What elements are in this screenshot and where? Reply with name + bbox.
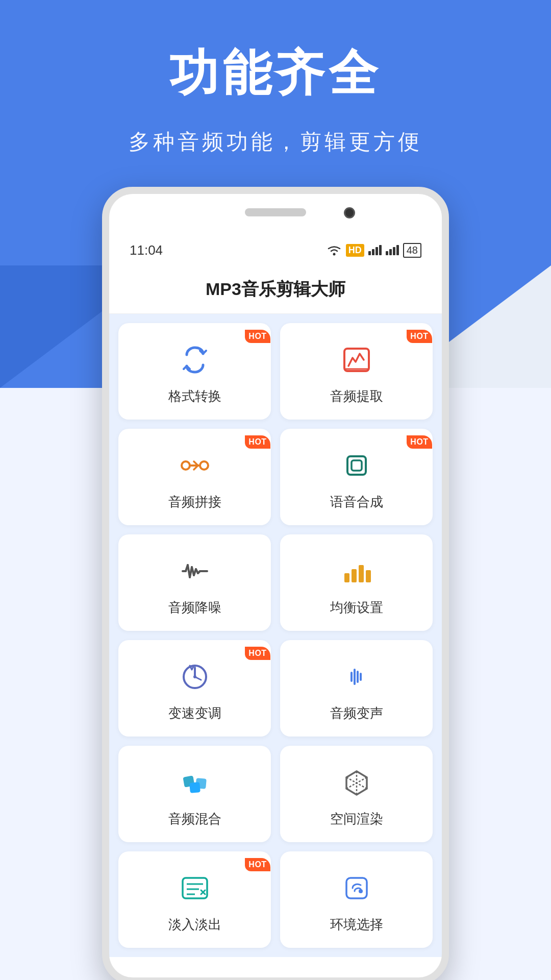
feature-card-audio-mix[interactable]: 音频混合 bbox=[118, 746, 271, 842]
phone-top-bar bbox=[109, 194, 442, 235]
svg-rect-33 bbox=[189, 782, 201, 793]
feature-label-noise-reduction: 音频降噪 bbox=[168, 599, 221, 617]
sub-title: 多种音频功能，剪辑更方便 bbox=[0, 128, 551, 156]
wifi-icon bbox=[327, 244, 342, 256]
svg-rect-9 bbox=[352, 460, 362, 471]
feature-label-audio-splice: 音频拼接 bbox=[168, 493, 221, 511]
app-content: HOT 格式转换 HOT bbox=[109, 314, 442, 957]
feature-card-noise-reduction[interactable]: 音频降噪 bbox=[118, 534, 271, 631]
feature-card-voice-synthesis[interactable]: HOT 语音合成 bbox=[280, 429, 433, 525]
hot-badge-audio-splice: HOT bbox=[244, 429, 271, 455]
feature-icon-fade-in-out bbox=[177, 870, 213, 906]
hot-badge-format-convert: HOT bbox=[244, 323, 271, 350]
feature-label-format-convert: 格式转换 bbox=[168, 387, 221, 405]
hd-badge: HD bbox=[346, 244, 364, 257]
feature-icon-audio-mix bbox=[177, 764, 213, 801]
feature-label-voice-change: 音频变声 bbox=[330, 704, 383, 722]
svg-point-4 bbox=[200, 461, 208, 470]
features-grid: HOT 格式转换 HOT bbox=[109, 314, 442, 957]
time-display: 11:04 bbox=[130, 242, 163, 258]
feature-card-voice-change[interactable]: 音频变声 bbox=[280, 640, 433, 737]
feature-icon-format-convert bbox=[177, 341, 213, 378]
feature-icon-spatial-render bbox=[338, 764, 375, 801]
feature-label-audio-mix: 音频混合 bbox=[168, 810, 221, 828]
svg-rect-8 bbox=[347, 456, 366, 475]
feature-icon-voice-change bbox=[338, 658, 375, 695]
feature-card-format-convert[interactable]: HOT 格式转换 bbox=[118, 323, 271, 420]
feature-card-fade-in-out[interactable]: HOT 淡入淡出 bbox=[118, 851, 271, 948]
phone-speaker bbox=[245, 208, 306, 216]
feature-label-equalizer: 均衡设置 bbox=[330, 599, 383, 617]
hot-badge-fade-in-out: HOT bbox=[244, 851, 271, 878]
svg-point-0 bbox=[333, 253, 335, 256]
feature-label-audio-extract: 音频提取 bbox=[330, 387, 383, 405]
feature-icon-speed-pitch bbox=[177, 658, 213, 695]
phone-camera bbox=[344, 207, 355, 218]
svg-point-3 bbox=[182, 461, 190, 470]
hot-badge-speed-pitch: HOT bbox=[244, 640, 271, 667]
svg-rect-34 bbox=[183, 878, 207, 898]
feature-label-speed-pitch: 变速变调 bbox=[168, 704, 221, 722]
feature-card-equalizer[interactable]: 均衡设置 bbox=[280, 534, 433, 631]
svg-point-39 bbox=[359, 889, 363, 893]
signal1-icon bbox=[368, 245, 382, 255]
battery-text: 48 bbox=[403, 243, 421, 258]
signal2-icon bbox=[386, 245, 399, 255]
status-bar: 11:04 HD bbox=[109, 235, 442, 265]
feature-card-audio-splice[interactable]: HOT 音频拼接 bbox=[118, 429, 271, 525]
svg-rect-19 bbox=[344, 573, 349, 582]
app-title-bar: MP3音乐剪辑大师 bbox=[109, 265, 442, 314]
svg-rect-20 bbox=[352, 569, 357, 582]
feature-label-env-select: 环境选择 bbox=[330, 916, 383, 934]
phone-bottom bbox=[109, 957, 442, 977]
feature-icon-env-select bbox=[338, 870, 375, 906]
feature-icon-voice-synthesis bbox=[338, 447, 375, 484]
feature-label-fade-in-out: 淡入淡出 bbox=[168, 916, 221, 934]
svg-rect-21 bbox=[359, 565, 364, 582]
feature-icon-audio-extract bbox=[338, 341, 375, 378]
hot-badge-voice-synthesis: HOT bbox=[406, 429, 433, 455]
main-title: 功能齐全 bbox=[0, 41, 551, 107]
phone-mockup: 11:04 HD bbox=[102, 187, 449, 980]
header-section: 功能齐全 多种音频功能，剪辑更方便 bbox=[0, 0, 551, 156]
feature-card-env-select[interactable]: 环境选择 bbox=[280, 851, 433, 948]
feature-card-audio-extract[interactable]: HOT 音频提取 bbox=[280, 323, 433, 420]
app-title: MP3音乐剪辑大师 bbox=[206, 279, 345, 299]
svg-rect-22 bbox=[366, 570, 371, 582]
status-icons: HD 48 bbox=[327, 243, 421, 258]
feature-label-voice-synthesis: 语音合成 bbox=[330, 493, 383, 511]
hot-badge-audio-extract: HOT bbox=[406, 323, 433, 350]
feature-icon-audio-splice bbox=[177, 447, 213, 484]
feature-icon-equalizer bbox=[338, 553, 375, 590]
svg-line-26 bbox=[195, 677, 201, 680]
feature-icon-noise-reduction bbox=[177, 553, 213, 590]
feature-card-spatial-render[interactable]: 空间渲染 bbox=[280, 746, 433, 842]
feature-label-spatial-render: 空间渲染 bbox=[330, 810, 383, 828]
phone-container: 11:04 HD bbox=[0, 187, 551, 980]
feature-card-speed-pitch[interactable]: HOT 变速变调 bbox=[118, 640, 271, 737]
